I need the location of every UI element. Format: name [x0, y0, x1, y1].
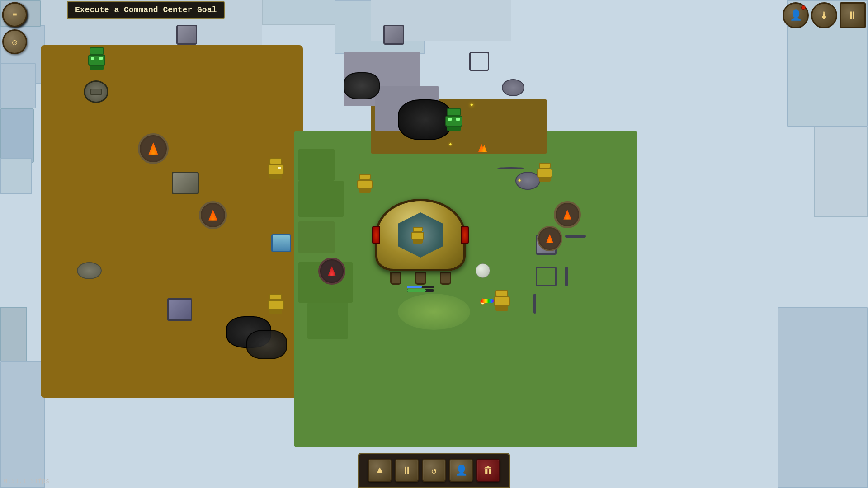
storage-right-3[interactable] — [565, 235, 586, 238]
campfire-right-1 — [554, 201, 581, 228]
tooltip-command-center: Execute a Command Center Goal — [67, 1, 225, 19]
pause-main-button[interactable]: ⏸ — [840, 2, 866, 28]
delete-button[interactable]: 🗑 — [476, 459, 500, 482]
grass-detail-2 — [298, 181, 344, 217]
coal-pile-2 — [398, 99, 452, 140]
bottom-toolbar: ▲ ⏸ ↺ 👤 🗑 — [358, 453, 510, 488]
robot-green-2[interactable] — [445, 108, 462, 131]
robot-yellow-3[interactable] — [537, 163, 552, 182]
robot-yellow-1[interactable] — [268, 158, 284, 179]
ice-tile-right-bottom — [778, 307, 868, 488]
grass-detail-3 — [298, 221, 335, 253]
ice-tile-right-2 — [814, 127, 868, 217]
ice-tile-bottom-left — [0, 361, 45, 488]
sparkle-1: ✦ — [469, 99, 474, 109]
rainbow-indicator — [481, 299, 494, 310]
ice-tile-5 — [0, 158, 32, 194]
duplicate-button[interactable]: 👤 — [449, 459, 473, 482]
robot-yellow-4[interactable] — [268, 294, 284, 314]
move-up-button[interactable]: ▲ — [368, 459, 392, 482]
machine-turret-1 — [84, 80, 108, 103]
grass-detail-5 — [307, 303, 348, 339]
rock-1 — [502, 79, 524, 96]
robot-yellow-2[interactable] — [357, 174, 373, 193]
temperature-button[interactable]: 🌡 — [811, 2, 837, 28]
checkpoint-1 — [176, 25, 197, 45]
grass-detail-1 — [298, 149, 335, 181]
aura-effect — [398, 294, 470, 330]
checkpoint-3 — [469, 52, 489, 71]
campfire-2 — [199, 201, 227, 229]
stone-floor-tile-1 — [167, 298, 192, 321]
ice-tile-4 — [0, 108, 34, 163]
command-center[interactable] — [375, 199, 466, 292]
checkpoint-2 — [383, 25, 404, 45]
rock-2 — [497, 167, 524, 169]
goal-button[interactable]: ◎ — [2, 29, 27, 54]
colony-button[interactable]: 👤 — [783, 2, 809, 28]
coal-pile-4 — [246, 330, 287, 359]
campfire-1 — [138, 133, 169, 164]
version-text: 0.51.1 51fps — [4, 477, 49, 484]
orb-decoration — [476, 263, 490, 278]
rock-pile-1 — [77, 262, 102, 279]
storage-right-4[interactable] — [565, 267, 568, 286]
storage-right-5[interactable] — [533, 294, 536, 314]
ice-tile-6 — [0, 307, 27, 361]
robot-in-dome — [411, 227, 424, 244]
robot-yellow-5[interactable] — [494, 290, 510, 311]
campfire-right-2 — [537, 226, 562, 251]
water-container — [271, 234, 291, 252]
robot-green-1[interactable] — [88, 47, 105, 70]
sparkle-3: ✦ — [518, 176, 521, 184]
top-right-buttons: 👤 🌡 ⏸ — [783, 2, 866, 28]
game-canvas: ✦ ✦ ✦ 🔥 — [0, 0, 868, 488]
campfire-red-1 — [318, 258, 345, 285]
cycle-button[interactable]: ↺ — [422, 459, 446, 482]
ice-tile-3 — [0, 63, 36, 108]
storage-box-1[interactable] — [172, 172, 199, 194]
pause-toolbar-button[interactable]: ⏸ — [395, 459, 419, 482]
sparkle-2: ✦ — [448, 140, 452, 148]
coal-pile-1 — [344, 72, 380, 99]
report-button[interactable]: ≡ — [2, 2, 27, 27]
storage-right-2[interactable] — [536, 267, 557, 286]
